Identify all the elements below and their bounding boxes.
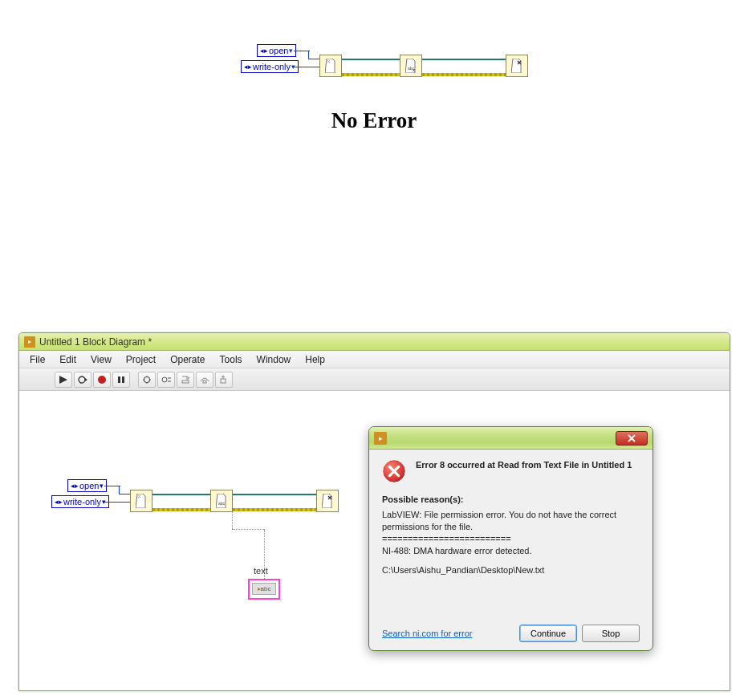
- run-button[interactable]: [55, 372, 72, 388]
- error-dialog-body: Error 8 occurred at Read from Text File …: [369, 450, 652, 586]
- svg-rect-7: [203, 381, 206, 383]
- pause-button[interactable]: [112, 372, 130, 388]
- close-file-vi: [316, 490, 339, 512]
- menu-project[interactable]: Project: [119, 352, 163, 367]
- menu-file[interactable]: File: [22, 352, 52, 367]
- svg-rect-2: [118, 376, 120, 383]
- menu-help[interactable]: Help: [298, 352, 332, 367]
- ring-constant-value: open: [269, 46, 288, 55]
- menu-edit[interactable]: Edit: [52, 352, 83, 367]
- write-text-file-vi: abc: [400, 55, 422, 77]
- svg-point-1: [98, 376, 106, 384]
- menu-operate[interactable]: Operate: [163, 352, 212, 367]
- svg-point-5: [162, 377, 167, 382]
- search-ni-link[interactable]: Search ni.com for error: [382, 629, 472, 638]
- ring-constant-write-only: ◂▸write-only▾: [241, 60, 299, 73]
- ring-constant-open: ◂▸open▾: [67, 479, 107, 492]
- error-filepath: C:\Users\Aishu_Pandian\Desktop\New.txt: [382, 564, 640, 576]
- error-dialog-titlebar[interactable]: ▸: [369, 427, 652, 450]
- ring-constant-value: open: [79, 481, 99, 490]
- toolbar: [19, 368, 730, 391]
- window-titlebar[interactable]: ▸ Untitled 1 Block Diagram *: [19, 333, 730, 351]
- text-indicator-terminal: ▸abc: [248, 579, 280, 600]
- error-dialog: ▸ Error 8 occurred at Read from Text Fil…: [368, 426, 653, 651]
- run-continuous-button[interactable]: [74, 372, 91, 388]
- ring-constant-value: write-only: [253, 62, 291, 71]
- svg-text:abc: abc: [218, 501, 226, 506]
- open-create-file-vi: [130, 490, 152, 512]
- svg-rect-8: [221, 379, 226, 383]
- ring-constant-open: ◂▸open▾: [257, 44, 296, 57]
- menubar: File Edit View Project Operate Tools Win…: [19, 351, 730, 368]
- text-indicator-label: text: [254, 566, 268, 576]
- step-into-button[interactable]: [177, 372, 194, 388]
- possible-reasons-heading: Possible reason(s):: [382, 494, 640, 504]
- ring-constant-value: write-only: [63, 497, 101, 507]
- bottom-block-diagram: ◂▸open▾ ◂▸write-only▾ abc: [67, 479, 364, 664]
- retain-wire-values-button[interactable]: [157, 372, 175, 388]
- labview-icon: ▸: [374, 432, 387, 445]
- abort-button[interactable]: [93, 372, 111, 388]
- open-create-file-vi: [319, 55, 342, 77]
- error-title: Error 8 occurred at Read from Text File …: [416, 459, 632, 483]
- menu-view[interactable]: View: [83, 352, 119, 367]
- window-title: Untitled 1 Block Diagram *: [39, 336, 152, 348]
- error-reason-1: LabVIEW: File permission error. You do n…: [382, 509, 640, 533]
- close-file-vi: [506, 55, 528, 77]
- error-divider: =========================: [382, 533, 640, 545]
- menu-window[interactable]: Window: [250, 352, 299, 367]
- read-text-file-vi: abc: [210, 490, 233, 512]
- error-reason-2: NI-488: DMA hardware error detected.: [382, 545, 640, 557]
- continue-button[interactable]: Continue: [519, 625, 577, 642]
- stop-button[interactable]: Stop: [582, 625, 640, 642]
- error-icon: [382, 459, 406, 483]
- svg-rect-3: [122, 376, 124, 383]
- step-over-button[interactable]: [196, 372, 213, 388]
- step-out-button[interactable]: [215, 372, 233, 388]
- svg-point-4: [144, 376, 150, 382]
- menu-tools[interactable]: Tools: [213, 352, 250, 367]
- top-block-diagram: ◂▸open▾ ◂▸write-only▾ abc: [257, 44, 554, 100]
- svg-rect-6: [182, 381, 189, 383]
- no-error-caption: No Error: [0, 108, 748, 133]
- labview-icon: ▸: [24, 336, 35, 348]
- close-button[interactable]: [616, 431, 648, 446]
- highlight-execution-button[interactable]: [138, 372, 156, 388]
- ring-constant-write-only: ◂▸write-only▾: [51, 495, 109, 508]
